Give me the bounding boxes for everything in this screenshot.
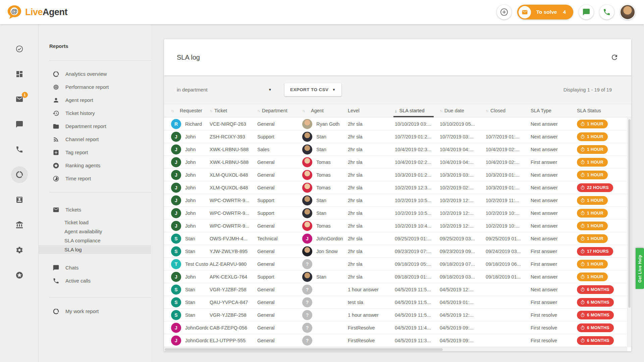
table-row[interactable]: JJohnWPC-OWRTR-9...SupportStan2hr sla10/…: [164, 194, 627, 207]
timer-icon: [580, 275, 585, 279]
sla-status-badge: 1 HOUR: [577, 171, 608, 179]
sla-level: 2hr sla: [346, 223, 393, 229]
table-row[interactable]: JJohnXLM-QUXOL-848GeneralTomas2hr sla10/…: [164, 169, 627, 181]
sidebar-item-time-report[interactable]: Time report: [49, 172, 151, 185]
column-header-due-date[interactable]: ↑↓Due date: [438, 104, 484, 117]
rail-item-organization[interactable]: [15, 221, 23, 229]
horizontal-scrollbar[interactable]: [164, 347, 627, 351]
sidebar-subitem-sla-compliance[interactable]: SLA compliance: [39, 236, 151, 245]
sla-level: 2hr sla: [346, 185, 393, 190]
table-row[interactable]: JJohnAPK-CEXLG-764SupportStan2hr sla09/1…: [164, 270, 627, 283]
department: General: [256, 185, 301, 190]
rail-item-settings[interactable]: [15, 246, 23, 254]
timer-icon: [580, 338, 585, 343]
column-header-closed[interactable]: ↑↓Closed: [484, 104, 529, 117]
rail-item-reports[interactable]: [15, 171, 23, 179]
table-row[interactable]: SStanYJW-ZWLYB-895GeneralJon Snow2hr sla…: [164, 245, 627, 258]
sidebar-subitem-ticket-load[interactable]: Ticket load: [39, 218, 151, 227]
column-label: Level: [348, 108, 360, 113]
horizontal-scrollbar-thumb[interactable]: [165, 348, 443, 351]
sla-status-cell: 1 HOUR: [576, 120, 627, 128]
sidebar-item-agent-report[interactable]: Agent report: [49, 94, 151, 107]
requester-name: Test Customer: [185, 261, 208, 267]
contact-card-icon: [15, 196, 23, 204]
table-row[interactable]: JJohnZSH-RCIXY-393SupportStan2hr sla10/7…: [164, 130, 627, 143]
table-row[interactable]: JJohnWPC-OWRTR-9...GeneralTomas2hr sla10…: [164, 220, 627, 232]
chats-button[interactable]: [579, 5, 594, 19]
user-avatar[interactable]: [620, 4, 635, 20]
rail-item-tasks[interactable]: [15, 45, 23, 53]
ticket-code: ELJ-UTPPP-555: [208, 338, 256, 343]
refresh-button[interactable]: [610, 53, 619, 62]
table-row[interactable]: JJohnWPC-OWRTR-9...SupportStan2hr sla10/…: [164, 207, 627, 220]
sidebar-item-ticket-history[interactable]: Ticket history: [49, 107, 151, 120]
sidebar-item-label: Tickets: [65, 207, 81, 213]
export-csv-button[interactable]: EXPORT TO CSV ▼: [284, 83, 341, 96]
agent-avatar: ?: [302, 297, 312, 307]
column-header-requester[interactable]: ↑↓Requester: [164, 104, 208, 117]
get-live-help-tab[interactable]: Get Live Help: [636, 248, 644, 289]
to-solve-button[interactable]: To solve 4: [517, 5, 573, 19]
rail-item-chats[interactable]: [15, 120, 23, 128]
sla-type: First resolve: [529, 338, 576, 343]
rail-item-tickets[interactable]: 1: [15, 95, 23, 103]
sidebar-item-active-calls[interactable]: Active calls: [49, 274, 151, 287]
column-header-department[interactable]: ↑↓Department: [256, 104, 301, 117]
liveagent-logo[interactable]: @ LiveAgent: [7, 4, 67, 20]
due-date: 10/2/2019 12:...: [438, 223, 484, 229]
table-row[interactable]: SStanVGR-YJZBF-258General?1 hour answer0…: [164, 309, 627, 321]
rail-item-calls[interactable]: [15, 145, 23, 154]
department-filter-value: in department: [177, 87, 208, 93]
table-row[interactable]: SStanOWS-FVJMH-4...TechnicalJJohnGordon2…: [164, 232, 627, 245]
rail-item-customers[interactable]: [15, 196, 23, 204]
reports-sidebar: Reports Analytics overviewPerformance re…: [39, 24, 151, 362]
chevron-down-icon: ▼: [268, 88, 272, 92]
sidebar-subitem-sla-log[interactable]: SLA log: [39, 245, 151, 254]
department-filter-select[interactable]: in department ▼: [177, 87, 272, 93]
column-header-ticket[interactable]: ↑↓Ticket: [208, 104, 256, 117]
sidebar-item-tag-report[interactable]: Tag report: [49, 146, 151, 159]
rail-item-dashboard[interactable]: [15, 70, 23, 78]
sla-started: 10/10/2019 03:...: [393, 121, 438, 127]
column-header-agent[interactable]: ↑↓Agent: [301, 104, 346, 117]
vertical-scrollbar-thumb[interactable]: [628, 119, 631, 308]
table-row[interactable]: SStanQAU-YVPCA-847General?test sla04/5/2…: [164, 296, 627, 309]
sidebar-item-ranking-agents[interactable]: Ranking agents: [49, 159, 151, 172]
table-row[interactable]: JJohnXWK-LRBNU-588GeneralTomas2hr sla10/…: [164, 156, 627, 169]
column-header-sla-started[interactable]: ↓SLA started: [393, 104, 438, 117]
sidebar-item-performance-report[interactable]: Performance report: [49, 80, 151, 94]
column-label: Ticket: [214, 108, 227, 113]
rail-item-gamification[interactable]: [15, 271, 23, 279]
sla-log-panel: SLA log in department ▼ EXPORT TO CSV ▼ …: [164, 39, 631, 351]
sidebar-item-tickets[interactable]: Tickets: [49, 203, 151, 216]
sidebar-item-department-report[interactable]: Department report: [49, 120, 151, 133]
sla-status-label: 1 HOUR: [587, 134, 603, 139]
timer-icon: [580, 147, 585, 152]
table-row[interactable]: TTest CustomerALZ-EARVU-980General?2hr s…: [164, 258, 627, 270]
table-row[interactable]: JJohnXLM-QUXOL-848GeneralTomas2hr sla10/…: [164, 181, 627, 194]
due-date: 09/25/2019 03...: [438, 236, 484, 241]
table-row[interactable]: RRichardVCE-NIRQF-263GeneralRyan Goth2hr…: [164, 118, 627, 130]
to-solve-mail-icon: [519, 6, 531, 18]
sidebar-item-chats[interactable]: Chats: [49, 261, 151, 274]
table-row[interactable]: SStanVGR-YJZBF-258General?1 hour answer0…: [164, 283, 627, 296]
department: Support: [256, 274, 301, 280]
sla-started: 04/5/2019 11:5...: [393, 300, 438, 305]
vertical-scrollbar[interactable]: [627, 118, 631, 347]
sidebar-item-channel-report[interactable]: Channel report: [49, 133, 151, 146]
sidebar-subitem-agent-availability[interactable]: Agent availability: [39, 227, 151, 236]
requester-cell: JJohn: [164, 170, 208, 180]
table-row[interactable]: JJohnGordonELJ-UTPPP-555General?FirstRes…: [164, 334, 627, 347]
table-row[interactable]: JJohnXWK-LRBNU-588SalesStan2hr sla10/4/2…: [164, 143, 627, 156]
agent-cell: Tomas: [301, 221, 346, 231]
requester-avatar: S: [171, 285, 181, 295]
due-date: 10/2/2019 12:...: [438, 198, 484, 203]
sidebar-item-my-work-report[interactable]: My work report: [49, 305, 151, 318]
calls-button[interactable]: [599, 5, 614, 19]
timer-icon: [580, 313, 585, 317]
icon-rail: 1: [0, 24, 39, 362]
add-button[interactable]: [497, 5, 512, 19]
sidebar-item-analytics-overview[interactable]: Analytics overview: [49, 67, 151, 80]
table-row[interactable]: JJohnGordonCAB-FZEPQ-056General?FirstRes…: [164, 321, 627, 334]
sla-status-label: 1 HOUR: [587, 173, 603, 177]
